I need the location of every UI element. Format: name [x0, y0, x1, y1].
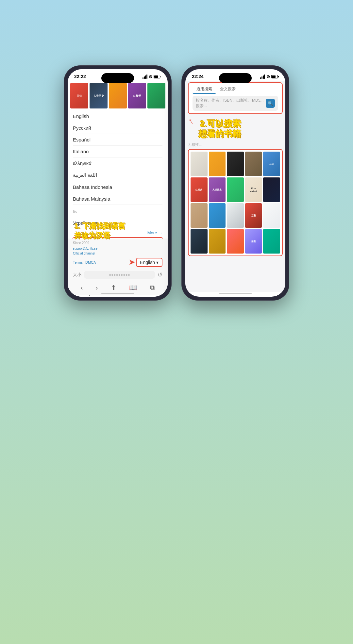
book-cover-4: 红楼梦: [128, 83, 146, 108]
dynamic-island-left: [101, 73, 134, 83]
lang-english[interactable]: English: [73, 110, 162, 122]
dropdown-chevron: ▾: [156, 260, 159, 265]
phone1-content: English Русский Español Italiano ελληνικ…: [68, 110, 168, 297]
book-cover-1: 三体: [70, 83, 88, 108]
phone-right: 22:24 ⊜: [181, 65, 289, 301]
grid-book-1[interactable]: [191, 152, 208, 176]
lang-russian[interactable]: Русский: [73, 122, 162, 134]
wifi-icon-left: ⊜: [149, 74, 152, 79]
lang-italian[interactable]: Italiano: [73, 146, 162, 157]
lang-spanish[interactable]: Español: [73, 134, 162, 146]
lang-arabic[interactable]: اللغة العربية: [73, 169, 162, 181]
grid-book-12[interactable]: [209, 203, 226, 228]
nav-tabs-icon[interactable]: ⧉: [150, 284, 155, 291]
dynamic-island-right: [219, 73, 252, 83]
annotation-right: 2.可以搜索想看的书籍: [195, 116, 244, 140]
book-grid: 三体 红楼梦 人类简史 Educated 活着: [191, 152, 280, 254]
nav-back-icon[interactable]: ‹: [81, 284, 83, 291]
search-input[interactable]: 按名称、作者、ISBN、出版社、MD5...搜索...: [196, 98, 264, 109]
status-icons-left: ⊜: [143, 74, 161, 79]
grid-book-16[interactable]: [191, 229, 208, 254]
lang-lis[interactable]: lis: [73, 206, 162, 217]
dropdown-label: English: [140, 260, 155, 265]
search-tabs: 通用搜索 全文搜索: [193, 85, 278, 94]
grid-book-18[interactable]: [227, 229, 244, 254]
book-grid-section: 三体 红楼梦 人类简史 Educated 活着: [188, 149, 283, 256]
nav-forward-icon[interactable]: ›: [96, 284, 98, 291]
grid-book-4[interactable]: [245, 152, 262, 176]
annotation-area-right: ↑ 2.可以搜索想看的书籍: [185, 115, 285, 141]
wifi-icon-right: ⊜: [266, 74, 270, 79]
grid-book-15[interactable]: [263, 203, 280, 228]
reload-icon[interactable]: ↺: [158, 271, 162, 278]
lang-bahasa-malaysia[interactable]: Bahasa Malaysia: [73, 193, 162, 205]
url-bar[interactable]: ●●●●●●●●●: [84, 271, 155, 279]
battery-icon-right: [271, 75, 279, 78]
lang-ukrainian[interactable]: Українська: [73, 217, 162, 229]
signal-icon-left: [143, 74, 147, 79]
nav-share-icon[interactable]: ⬆: [111, 284, 116, 291]
search-button[interactable]: 🔍: [266, 99, 275, 108]
lang-bahasa-indonesia[interactable]: Bahasa Indonesia: [73, 181, 162, 193]
arrow-red: ➤: [129, 258, 135, 267]
search-section: 通用搜索 全文搜索 按名称、作者、ISBN、出版社、MD5...搜索... 🔍: [188, 82, 283, 114]
tab-fulltext-search[interactable]: 全文搜索: [216, 85, 240, 94]
status-icons-right: ⊜: [260, 74, 279, 79]
grid-book-10[interactable]: [263, 177, 280, 202]
footer-links: Terms DMCA ➤ English ▾: [68, 256, 168, 269]
nav-bookmarks-icon[interactable]: 📖: [129, 284, 137, 291]
arrow-up-icon: ↑: [186, 116, 195, 127]
phone-left: 22:22 ⊜ 三体 人: [64, 65, 172, 301]
grid-book-11[interactable]: [191, 203, 208, 228]
grid-book-20[interactable]: [263, 229, 280, 254]
more-link[interactable]: More →: [147, 230, 162, 235]
grid-book-8[interactable]: [227, 177, 244, 202]
phone1-footer-area: Since 2009 support@z-lib.se Official cha…: [68, 239, 168, 295]
grid-book-19[interactable]: 恶意: [245, 229, 262, 254]
grid-book-17[interactable]: [209, 229, 226, 254]
grid-book-13[interactable]: [227, 203, 244, 228]
grid-book-5[interactable]: 三体: [263, 152, 280, 176]
grid-book-7[interactable]: 人类简史: [209, 177, 226, 202]
search-bar: 按名称、作者、ISBN、出版社、MD5...搜索... 🔍: [193, 96, 278, 111]
signal-icon-right: [260, 74, 265, 79]
language-list: English Русский Español Italiano ελληνικ…: [68, 110, 168, 205]
font-size-label: 大小: [73, 272, 81, 278]
book-cover-5: [147, 83, 165, 108]
terms-link[interactable]: Terms: [73, 260, 83, 264]
nav-bar-left: ‹ › ⬆ 📖 ⧉: [68, 281, 168, 294]
book-cover-2: 人类历史: [90, 83, 108, 108]
time-right: 22:24: [192, 74, 204, 79]
grid-book-14[interactable]: 活着: [245, 203, 262, 228]
dmca-link[interactable]: DMCA: [85, 260, 96, 264]
grid-book-9[interactable]: Educated: [245, 177, 262, 202]
book-cover-3: [109, 83, 127, 108]
grid-book-3[interactable]: [227, 152, 244, 176]
footer-official-channel[interactable]: Official channel: [68, 251, 168, 256]
battery-icon-left: [154, 75, 161, 78]
language-dropdown[interactable]: English ▾: [136, 258, 162, 267]
tab-general-search[interactable]: 通用搜索: [193, 85, 216, 94]
grid-book-2[interactable]: [209, 152, 226, 176]
address-bar: 大小 ●●●●●●●●● ↺: [68, 269, 168, 281]
footer-lang-selector: ➤ English ▾: [129, 258, 162, 267]
home-indicator-left: [101, 293, 134, 294]
books-row-top: 三体 人类历史 红楼梦: [68, 81, 168, 110]
lang-greek[interactable]: ελληνικά: [73, 157, 162, 169]
footer-since: Since 2009: [68, 240, 168, 246]
phones-container: 22:22 ⊜ 三体 人: [64, 65, 289, 301]
grid-book-6[interactable]: 红楼梦: [191, 177, 208, 202]
phone-right-screen: 22:24 ⊜: [185, 69, 285, 297]
footer-support-email[interactable]: support@z-lib.se: [68, 246, 168, 251]
phone-left-screen: 22:22 ⊜ 三体 人: [68, 69, 168, 297]
time-left: 22:22: [74, 74, 86, 79]
home-indicator-right: [219, 293, 252, 294]
phone2-content: 通用搜索 全文搜索 按名称、作者、ISBN、出版社、MD5...搜索... 🔍 …: [185, 81, 285, 292]
recommended-label: 为您推...: [185, 141, 285, 148]
